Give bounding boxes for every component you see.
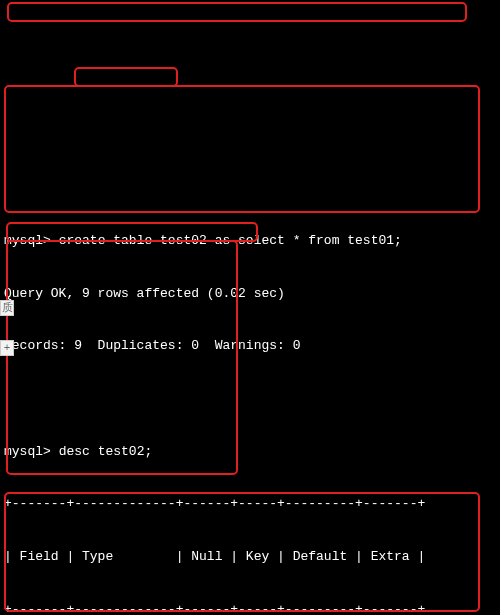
table-border: +-------+-------------+------+-----+----… — [4, 495, 498, 513]
highlight-box — [6, 240, 238, 475]
highlight-box — [74, 67, 178, 87]
mysql-prompt: mysql> — [4, 444, 51, 459]
result-line: Query OK, 9 rows affected (0.02 sec) — [4, 285, 498, 303]
highlight-box — [4, 85, 480, 213]
blank-line — [4, 390, 498, 408]
decor-tile: 质 — [0, 300, 14, 316]
sql-command: create table test02 as select * from tes… — [59, 233, 402, 248]
mysql-prompt: mysql> — [4, 233, 51, 248]
result-line: Records: 9 Duplicates: 0 Warnings: 0 — [4, 337, 498, 355]
table-border: +-------+-------------+------+-----+----… — [4, 601, 498, 615]
sql-command: desc test02; — [59, 444, 153, 459]
decor-tile: + — [0, 340, 14, 356]
prompt-line: mysql> create table test02 as select * f… — [4, 232, 498, 250]
highlight-box — [7, 2, 467, 22]
table-header: | Field | Type | Null | Key | Default | … — [4, 548, 498, 566]
prompt-line: mysql> desc test02; — [4, 443, 498, 461]
terminal-output: 质 + mysql> create table test02 as select… — [0, 0, 500, 615]
